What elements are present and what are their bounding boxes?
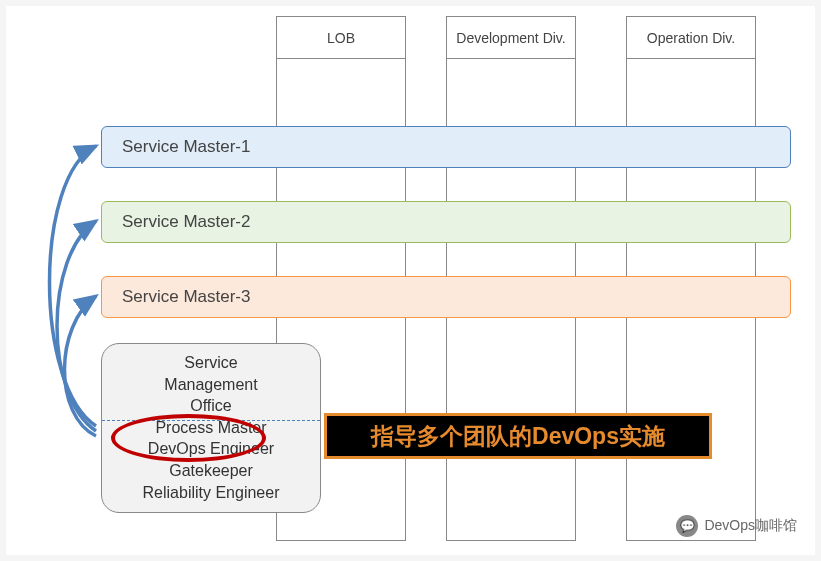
watermark-text: DevOps咖啡馆 xyxy=(704,517,797,535)
callout-text: 指导多个团队的DevOps实施 xyxy=(371,421,665,452)
smo-line-reliability-engineer: Reliability Engineer xyxy=(102,482,320,504)
column-header-ops: Operation Div. xyxy=(627,17,755,59)
service-master-3-bar: Service Master-3 xyxy=(101,276,791,318)
service-master-1-label: Service Master-1 xyxy=(122,137,250,157)
smo-line-service: Service xyxy=(102,352,320,374)
annotation-callout: 指导多个团队的DevOps实施 xyxy=(324,413,712,459)
smo-line-office: Office xyxy=(102,395,320,417)
chat-icon: 💬 xyxy=(676,515,698,537)
service-master-1-bar: Service Master-1 xyxy=(101,126,791,168)
highlight-ellipse xyxy=(111,414,266,462)
column-header-dev: Development Div. xyxy=(447,17,575,59)
service-master-3-label: Service Master-3 xyxy=(122,287,250,307)
smo-line-gatekeeper: Gatekeeper xyxy=(102,460,320,482)
watermark: 💬 DevOps咖啡馆 xyxy=(676,515,797,537)
service-master-2-label: Service Master-2 xyxy=(122,212,250,232)
column-header-lob: LOB xyxy=(277,17,405,59)
service-master-2-bar: Service Master-2 xyxy=(101,201,791,243)
smo-line-management: Management xyxy=(102,374,320,396)
diagram-canvas: LOB Development Div. Operation Div. Serv… xyxy=(6,6,815,555)
